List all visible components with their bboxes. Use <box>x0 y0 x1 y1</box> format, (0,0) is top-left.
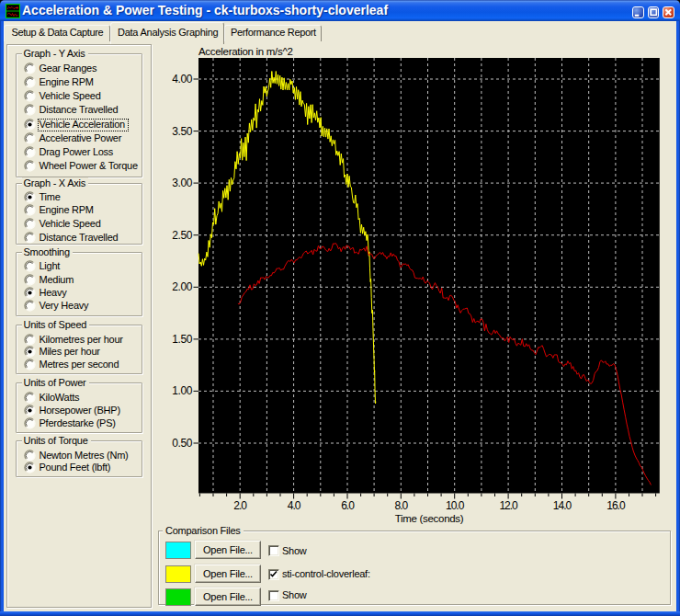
svg-text:3.50: 3.50 <box>172 125 192 138</box>
svg-text:14.0: 14.0 <box>553 499 572 512</box>
svg-text:2.0: 2.0 <box>233 499 247 512</box>
svg-text:3.00: 3.00 <box>172 177 192 189</box>
svg-text:1.00: 1.00 <box>172 384 192 397</box>
svg-text:12.0: 12.0 <box>499 499 518 512</box>
svg-text:16.0: 16.0 <box>606 499 626 512</box>
svg-text:8.0: 8.0 <box>394 499 408 512</box>
svg-text:0.50: 0.50 <box>172 437 192 450</box>
svg-text:4.00: 4.00 <box>172 73 192 86</box>
svg-text:6.0: 6.0 <box>341 499 355 512</box>
svg-text:Acceleration in m/s^2: Acceleration in m/s^2 <box>198 46 293 57</box>
svg-text:Time (seconds): Time (seconds) <box>395 513 464 524</box>
svg-text:2.00: 2.00 <box>172 280 192 293</box>
svg-text:10.0: 10.0 <box>446 499 465 512</box>
svg-text:1.50: 1.50 <box>172 333 192 346</box>
svg-text:4.0: 4.0 <box>288 499 301 512</box>
svg-text:2.50: 2.50 <box>172 229 192 242</box>
